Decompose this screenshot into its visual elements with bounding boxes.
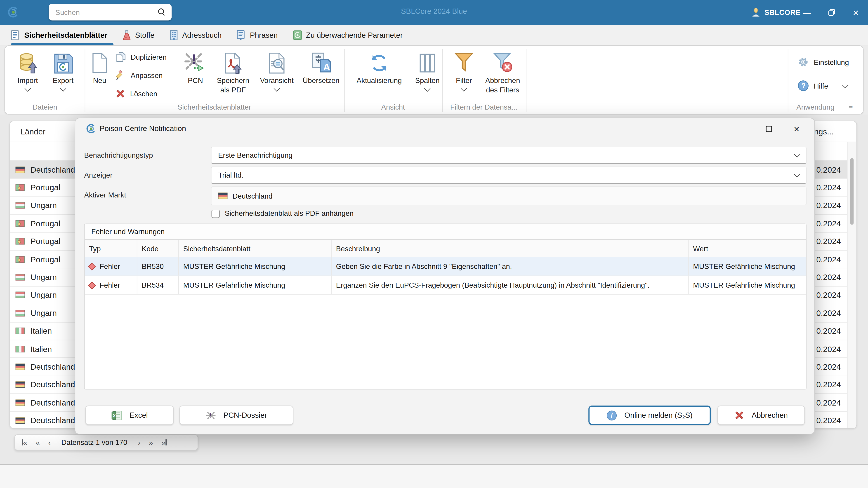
tab-parameter[interactable]: Zu überwachende Parameter [293, 25, 403, 45]
type-dropdown-value: Erste Benachrichtigung [218, 151, 292, 160]
loeschen-label: Löschen [130, 90, 157, 98]
column-header-typ[interactable]: Typ [85, 240, 137, 257]
monitored-parameters-icon [293, 30, 302, 40]
dialog-maximize-button[interactable] [761, 122, 777, 136]
dialog-abbrechen-button[interactable]: Abbrechen [717, 405, 805, 425]
import-button[interactable]: Import [11, 51, 45, 91]
user-icon [752, 8, 760, 17]
tab-phrasen[interactable]: Phrasen [237, 25, 278, 45]
dialog-title: Poison Centre Notification [100, 125, 186, 133]
tab-label: Sicherheitsdatenblätter [24, 31, 107, 39]
filter-button[interactable]: Filter [450, 51, 477, 91]
hilfe-button[interactable]: ? Hilfe [798, 78, 847, 94]
uebersetzen-button[interactable]: A Übersetzen [301, 51, 342, 85]
column-header-kode[interactable]: Kode [137, 240, 179, 257]
window-title: SBLCore 2024 Blue [0, 7, 868, 15]
error-diamond-icon [88, 281, 96, 289]
dialog-close-button[interactable]: ✕ [789, 122, 804, 136]
filter-abbrechen-label-2: des Filters [486, 85, 519, 95]
scrollbar-thumb[interactable] [850, 158, 854, 225]
speichern-als-pdf-button[interactable]: Speichern als PDF [213, 51, 253, 95]
next-page-button[interactable]: » [149, 438, 153, 446]
ribbon-separator [85, 49, 85, 112]
module-tab-bar: Sicherheitsdatenblätter Stoffe Adressbuc… [0, 25, 868, 45]
neu-button[interactable]: Neu [86, 51, 114, 85]
error-row[interactable]: Fehler BR534 MUSTER Gefährliche Mischung… [85, 276, 806, 295]
flag-icon [16, 310, 25, 316]
title-bar: SBLCore 2024 Blue SBLCORE — ✕ [0, 0, 868, 25]
error-sds: MUSTER Gefährliche Mischung [179, 276, 332, 294]
delete-x-icon [116, 89, 125, 98]
pcn-label: PCN [188, 76, 203, 86]
chevron-down-icon [794, 151, 800, 158]
loeschen-button[interactable]: Löschen [116, 87, 178, 100]
speichern-label-2: als PDF [220, 85, 246, 95]
column-header-laender[interactable]: Länder [21, 127, 46, 136]
next-record-button[interactable]: › [138, 438, 141, 446]
tab-label: Zu überwachende Parameter [306, 31, 403, 39]
filter-label: Filter [456, 76, 472, 86]
column-header-beschreibung[interactable]: Beschreibung [332, 240, 689, 257]
tab-stoffe[interactable]: Stoffe [122, 25, 154, 45]
ribbon-group-label-anwendung: Anwendung [782, 103, 848, 111]
duplizieren-label: Duplizieren [131, 53, 166, 61]
maximize-restore-button[interactable] [819, 0, 844, 25]
tab-sicherheitsdatenblaetter[interactable]: Sicherheitsdatenblätter [11, 25, 107, 45]
neu-label: Neu [93, 76, 106, 86]
chevron-down-icon [25, 86, 31, 92]
pdf-save-icon [223, 51, 243, 76]
voransicht-button[interactable]: Voransicht [255, 51, 298, 91]
group-options-icon[interactable]: ≡ [848, 103, 853, 112]
error-type: Fehler [100, 262, 120, 271]
type-field-label: Benachrichtigungstyp [84, 151, 153, 160]
duplicate-icon [116, 52, 126, 63]
pcn-button[interactable]: ! PCN [181, 51, 210, 85]
export-label: Export [53, 76, 73, 86]
flag-icon [16, 417, 25, 424]
prev-record-button[interactable]: ‹ [48, 438, 51, 446]
poison-centre-notification-dialog: Poison Centre Notification ✕ Benachricht… [75, 118, 815, 434]
export-floppy-icon [53, 51, 74, 76]
aktualisierung-button[interactable]: Aktualisierung [350, 51, 408, 85]
type-dropdown[interactable]: Erste Benachrichtigung [211, 147, 807, 164]
online-melden-button[interactable]: i Online melden (S₂S) [588, 405, 711, 425]
error-row[interactable]: Fehler BR530 MUSTER Gefährliche Mischung… [85, 257, 806, 276]
new-document-icon [91, 51, 108, 76]
close-button[interactable]: ✕ [844, 0, 868, 25]
filter-abbrechen-button[interactable]: Abbrechen des Filters [480, 51, 525, 95]
aktualisierung-label: Aktualisierung [357, 76, 402, 86]
duplizieren-button[interactable]: Duplizieren [116, 51, 178, 64]
flag-icon [218, 193, 228, 199]
vertical-scrollbar[interactable] [847, 142, 857, 428]
account-button[interactable]: SBLCORE [752, 0, 800, 25]
flag-icon [16, 238, 25, 245]
anpassen-button[interactable]: Anpassen [116, 69, 178, 82]
export-button[interactable]: Export [46, 51, 80, 91]
minimize-button[interactable]: — [795, 0, 819, 25]
last-record-button[interactable]: » [161, 438, 166, 446]
spalten-button[interactable]: Spalten [412, 51, 442, 91]
pdf-attach-checkbox[interactable] [212, 210, 220, 218]
flag-icon [16, 220, 25, 227]
chevron-down-icon [274, 86, 280, 92]
prev-page-button[interactable]: « [35, 438, 40, 446]
pcn-dossier-button-label: PCN-Dossier [223, 411, 267, 420]
flask-icon [122, 30, 131, 40]
spalten-label: Spalten [415, 76, 440, 86]
import-label: Import [18, 76, 38, 86]
first-record-button[interactable]: « [22, 438, 27, 446]
anzeiger-dropdown[interactable]: Trial ltd. [211, 166, 807, 184]
error-sds: MUSTER Gefährliche Mischung [179, 257, 332, 275]
excel-button[interactable]: X Excel [85, 405, 174, 425]
pcn-dossier-button[interactable]: ! PCN-Dossier [179, 405, 293, 425]
tab-adressbuch[interactable]: Adressbuch [169, 25, 222, 45]
ribbon-separator [526, 49, 526, 112]
flag-icon [16, 256, 25, 263]
einstellung-button[interactable]: Einstellung [798, 54, 849, 70]
column-header-sdb[interactable]: Sicherheitsdatenblatt [179, 240, 332, 257]
filter-funnel-icon [454, 51, 474, 76]
ribbon-separator [442, 49, 443, 112]
flag-icon [16, 399, 25, 406]
errors-panel-title: Fehler und Warnungen [85, 224, 806, 240]
column-header-wert[interactable]: Wert [689, 240, 806, 257]
